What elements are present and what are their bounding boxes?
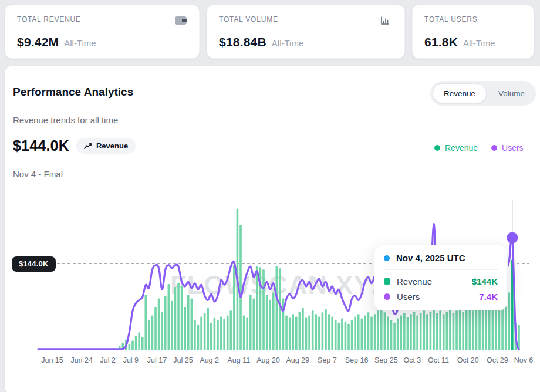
revenue-bar[interactable] <box>154 307 157 350</box>
revenue-bar[interactable] <box>217 320 219 350</box>
toggle-option-volume[interactable]: Volume <box>488 83 535 103</box>
revenue-bar[interactable] <box>453 313 455 350</box>
revenue-bar[interactable] <box>171 301 173 350</box>
revenue-bar[interactable] <box>322 312 324 350</box>
revenue-bar[interactable] <box>341 319 343 350</box>
revenue-bar[interactable] <box>246 318 248 351</box>
revenue-bar[interactable] <box>144 295 147 350</box>
revenue-bar[interactable] <box>469 307 471 350</box>
revenue-bar[interactable] <box>266 295 268 350</box>
revenue-bar[interactable] <box>138 332 140 350</box>
revenue-bar[interactable] <box>338 323 340 350</box>
revenue-bar[interactable] <box>364 315 366 350</box>
revenue-bar[interactable] <box>508 292 510 350</box>
revenue-bar[interactable] <box>312 310 314 350</box>
revenue-bar[interactable] <box>276 266 278 350</box>
revenue-bar[interactable] <box>131 341 134 350</box>
revenue-bar[interactable] <box>158 299 160 350</box>
revenue-bar[interactable] <box>315 314 317 350</box>
revenue-bar[interactable] <box>256 266 258 350</box>
revenue-bar[interactable] <box>436 313 438 350</box>
revenue-bar[interactable] <box>449 309 451 350</box>
revenue-bar[interactable] <box>168 284 170 350</box>
revenue-bar[interactable] <box>384 312 386 350</box>
revenue-bar[interactable] <box>495 306 497 350</box>
revenue-bar[interactable] <box>200 316 203 350</box>
selected-point-marker[interactable] <box>507 232 518 244</box>
revenue-bar[interactable] <box>380 308 383 350</box>
revenue-bar[interactable] <box>361 319 363 350</box>
revenue-bar[interactable] <box>407 317 409 350</box>
revenue-bar[interactable] <box>249 295 252 350</box>
legend-item-revenue[interactable]: Revenue <box>434 143 478 153</box>
revenue-bar[interactable] <box>135 336 137 350</box>
revenue-bar[interactable] <box>289 318 291 351</box>
revenue-bar[interactable] <box>204 313 206 350</box>
revenue-bar[interactable] <box>488 305 491 350</box>
revenue-bar[interactable] <box>308 315 310 350</box>
revenue-bar[interactable] <box>164 296 167 351</box>
revenue-bar[interactable] <box>318 316 320 350</box>
revenue-bar[interactable] <box>223 319 225 350</box>
revenue-bar[interactable] <box>393 323 396 350</box>
revenue-bar[interactable] <box>239 225 242 350</box>
revenue-bar[interactable] <box>148 320 150 350</box>
revenue-bar[interactable] <box>433 309 435 350</box>
revenue-bar[interactable] <box>370 316 373 350</box>
revenue-bar[interactable] <box>292 314 294 350</box>
revenue-bar[interactable] <box>485 307 487 350</box>
revenue-bar[interactable] <box>347 324 350 350</box>
revenue-bar[interactable] <box>403 313 406 350</box>
revenue-bar[interactable] <box>151 315 154 350</box>
revenue-bar[interactable] <box>262 269 265 350</box>
revenue-bar[interactable] <box>194 320 196 350</box>
revenue-bar[interactable] <box>397 319 399 350</box>
revenue-bar[interactable] <box>413 312 416 350</box>
revenue-bar[interactable] <box>426 314 428 350</box>
revenue-bar[interactable] <box>374 314 376 350</box>
revenue-bar[interactable] <box>220 316 222 350</box>
revenue-bar[interactable] <box>325 309 327 350</box>
revenue-bar[interactable] <box>328 314 330 350</box>
revenue-bar[interactable] <box>129 344 131 350</box>
revenue-bar[interactable] <box>272 292 275 350</box>
revenue-bar[interactable] <box>390 320 393 350</box>
revenue-bar[interactable] <box>230 310 232 350</box>
revenue-bar[interactable] <box>181 286 183 350</box>
revenue-bar[interactable] <box>459 308 461 350</box>
revenue-bar[interactable] <box>174 287 177 350</box>
revenue-bar[interactable] <box>439 310 441 350</box>
revenue-bar[interactable] <box>161 312 163 350</box>
revenue-bar[interactable] <box>420 313 422 350</box>
revenue-bar[interactable] <box>357 314 360 350</box>
revenue-bar[interactable] <box>367 312 370 350</box>
revenue-bar[interactable] <box>184 307 186 350</box>
revenue-bar[interactable] <box>416 315 419 350</box>
revenue-bar[interactable] <box>243 315 245 350</box>
revenue-bar[interactable] <box>354 316 356 350</box>
revenue-bar[interactable] <box>345 322 347 350</box>
revenue-bar[interactable] <box>430 312 432 350</box>
revenue-bar[interactable] <box>177 283 180 350</box>
revenue-bar[interactable] <box>141 337 144 350</box>
revenue-bar[interactable] <box>455 310 458 350</box>
revenue-bar[interactable] <box>233 265 235 350</box>
revenue-bar[interactable] <box>187 295 190 350</box>
revenue-bar[interactable] <box>269 300 271 350</box>
revenue-bar[interactable] <box>377 310 379 350</box>
revenue-bar[interactable] <box>475 308 478 350</box>
revenue-bar[interactable] <box>253 299 255 350</box>
revenue-bar[interactable] <box>214 318 216 351</box>
revenue-bar[interactable] <box>410 314 412 350</box>
revenue-bar[interactable] <box>482 309 484 350</box>
revenue-bar[interactable] <box>351 320 353 350</box>
revenue-bar[interactable] <box>446 312 448 350</box>
revenue-bar[interactable] <box>492 308 494 350</box>
revenue-bar[interactable] <box>472 310 474 350</box>
revenue-bar[interactable] <box>478 306 481 350</box>
revenue-bar[interactable] <box>191 299 193 350</box>
legend-item-users[interactable]: Users <box>491 143 524 153</box>
revenue-bar[interactable] <box>210 323 212 350</box>
revenue-bar[interactable] <box>443 314 445 350</box>
revenue-bar[interactable] <box>207 308 209 350</box>
